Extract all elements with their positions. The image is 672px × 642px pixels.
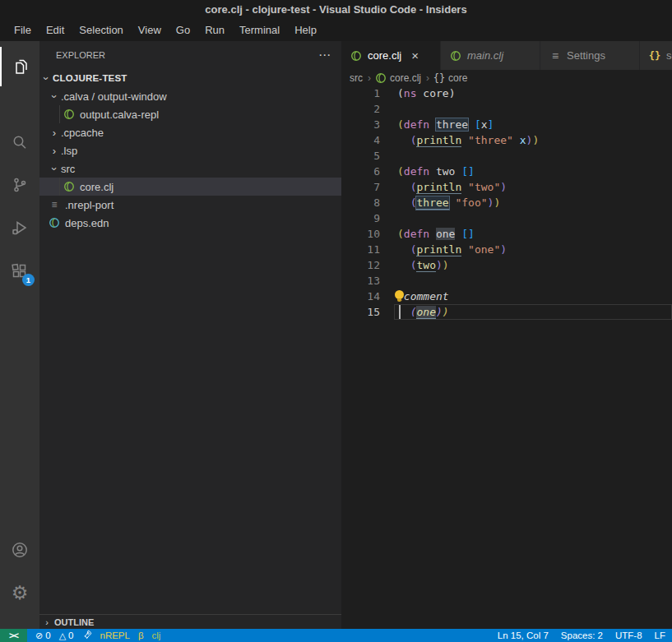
menu-item-edit[interactable]: Edit [39, 20, 72, 41]
tree-item-output-calva-repl[interactable]: output.calva-repl [39, 105, 341, 123]
clojure-blue-icon [48, 216, 61, 229]
breadcrumb-label: core.clj [390, 72, 421, 84]
code-token: defn [404, 118, 429, 131]
code-line[interactable]: 9 [341, 210, 672, 226]
menu-item-help[interactable]: Help [287, 20, 324, 41]
status-item-spaces[interactable]: Spaces: 2 [561, 630, 603, 640]
breadcrumb-item-src[interactable]: src [350, 72, 363, 84]
code-line[interactable]: 12 (two)) [341, 257, 672, 273]
chevron-right-icon: › [368, 72, 371, 84]
error-status-item[interactable]: ⊘0 [35, 630, 51, 640]
code-token: defn [404, 228, 429, 240]
tab-se[interactable]: {}se [640, 41, 672, 70]
status-item-utf-8[interactable]: UTF-8 [615, 630, 642, 640]
warning-status-item[interactable]: △0 [59, 630, 74, 640]
settings-gear-icon[interactable]: ⚙ [0, 573, 39, 612]
code-line[interactable]: 10(defn one [] [341, 226, 672, 242]
menu-item-terminal[interactable]: Terminal [232, 20, 287, 41]
remote-indicator[interactable]: >< [0, 629, 27, 642]
sidebar-header: EXPLORER ⋯ [39, 41, 341, 69]
tab-settings[interactable]: ≡Settings [540, 41, 640, 70]
warning-icon: △ [59, 631, 66, 640]
status-item-label: clj [152, 630, 161, 640]
braces-icon: {} [433, 72, 446, 84]
code-token: "one" [468, 243, 500, 256]
outline-label: OUTLINE [54, 617, 94, 627]
code-token [468, 118, 475, 131]
tree-item-label: deps.edn [65, 217, 109, 229]
tab-label: core.clj [368, 49, 401, 62]
tab-main-clj[interactable]: main.clj [441, 41, 540, 70]
search-icon[interactable] [0, 122, 39, 162]
chevron-right-icon: › [426, 72, 429, 84]
code-token [397, 243, 410, 256]
menu-item-run[interactable]: Run [197, 20, 232, 41]
breadcrumb-item-core-clj[interactable]: core.clj [374, 72, 421, 84]
tree-root[interactable]: ›CLOJURE-TEST [39, 69, 341, 87]
tree-item-src[interactable]: ›src [39, 159, 341, 178]
close-icon[interactable]: × [411, 50, 419, 62]
breadcrumb: src›core.clj›{}core [341, 70, 672, 85]
tree-item-core-clj[interactable]: core.clj [39, 178, 341, 196]
code-line[interactable]: 15 (one)) [341, 304, 672, 320]
code-line[interactable]: 1(ns core) [341, 85, 672, 101]
code-token [429, 165, 436, 178]
tree-item--nrepl-port[interactable]: ≡.nrepl-port [39, 196, 341, 214]
tree-item-deps-edn[interactable]: deps.edn [39, 214, 341, 232]
tree-item-label: output.calva-repl [80, 109, 159, 121]
code-token: x [520, 134, 526, 146]
code-line[interactable]: 6(defn two [] [341, 164, 672, 179]
menu-item-view[interactable]: View [131, 20, 169, 41]
tree-item--calva-output-window[interactable]: ›.calva / output-window [39, 87, 341, 105]
tree-item--cpcache[interactable]: ›.cpcache [39, 123, 341, 141]
line-number: 9 [341, 210, 380, 226]
code-line[interactable]: 3(defn three [x] [341, 117, 672, 132]
code-line[interactable]: 2 [341, 101, 672, 117]
code-line[interactable]: 7 (println "two") [341, 179, 672, 195]
tab-label: main.clj [467, 49, 503, 62]
code-token [397, 259, 410, 271]
explorer-icon[interactable] [0, 47, 41, 86]
tree-item-label: .nrepl-port [65, 199, 114, 211]
menu-item-selection[interactable]: Selection [72, 20, 130, 41]
code-line[interactable]: 8 (three "foo")) [341, 195, 672, 210]
rocket-status-item[interactable] [82, 630, 92, 641]
code-token: x [481, 118, 488, 131]
tree-item--lsp[interactable]: ›.lsp [39, 141, 341, 159]
code-line[interactable]: 11 (println "one") [341, 242, 672, 257]
code-editor[interactable]: 1(ns core)23(defn three [x]4 (println "t… [341, 85, 672, 629]
status-item-clj[interactable]: clj [152, 630, 161, 640]
line-number: 14 [341, 289, 380, 304]
code-token: ] [488, 118, 494, 131]
menu-item-go[interactable]: Go [169, 20, 197, 41]
status-item-lf[interactable]: LF [655, 630, 665, 640]
code-token: [ [461, 165, 468, 178]
code-line[interactable]: 13 [341, 273, 672, 289]
source-control-icon[interactable] [0, 165, 39, 205]
more-actions-icon[interactable]: ⋯ [318, 48, 331, 62]
account-icon[interactable] [0, 530, 39, 570]
code-line[interactable]: 4 (println "three" x)) [341, 132, 672, 148]
file-plain-icon: ≡ [48, 198, 61, 211]
run-debug-icon[interactable] [0, 208, 39, 247]
clojure-green-icon [63, 180, 76, 193]
breadcrumb-item-core[interactable]: {}core [433, 72, 467, 84]
chevron-right-icon: › [39, 617, 54, 627]
code-token: ) [436, 306, 443, 318]
breadcrumb-label: src [350, 72, 363, 84]
extensions-icon[interactable]: 1 [0, 252, 39, 291]
status-item-β[interactable]: β [138, 630, 144, 640]
lightbulb-icon[interactable] [395, 290, 404, 299]
status-item-nrepl[interactable]: nREPL [100, 630, 130, 640]
code-line[interactable]: 5 [341, 148, 672, 164]
status-item-ln[interactable]: Ln 15, Col 7 [498, 630, 549, 640]
tab-core-clj[interactable]: core.clj× [341, 41, 441, 70]
code-token: defn [404, 165, 429, 178]
code-line[interactable]: 14(comment [341, 289, 672, 304]
tab-label: Settings [567, 49, 605, 62]
menu-item-file[interactable]: File [7, 20, 39, 41]
code-token: ] [468, 165, 475, 178]
chevron-down-icon: › [49, 162, 61, 175]
indent-guide [59, 178, 60, 196]
outline-section[interactable]: › OUTLINE [39, 614, 341, 629]
